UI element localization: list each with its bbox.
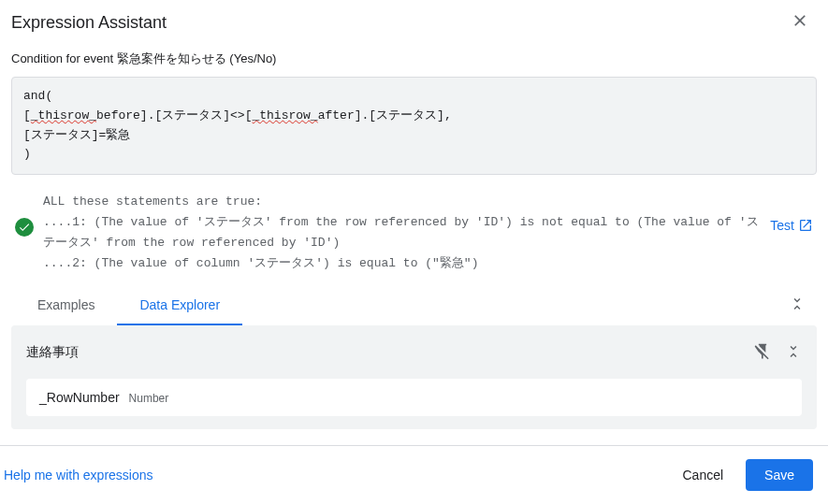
dialog-content: Condition for event 緊急案件を知らせる (Yes/No) a… [0, 50, 828, 429]
expr-underline: _thisrow_ [31, 108, 96, 122]
tab-data-explorer[interactable]: Data Explorer [117, 286, 242, 325]
check-circle-icon [15, 218, 34, 237]
expr-line: [ステータス]=緊急 [23, 128, 130, 142]
unfold-less-icon[interactable] [785, 343, 802, 363]
unfold-less-icon[interactable] [781, 288, 813, 323]
expr-text: after].[ステータス], [318, 108, 452, 122]
validation-text: ALL these statements are true: ....1: (T… [43, 192, 761, 274]
expr-text: before].[ステータス]<>[ [96, 108, 252, 122]
test-link[interactable]: Test [770, 218, 813, 233]
column-row[interactable]: _RowNumber Number [26, 379, 802, 416]
open-in-new-icon [798, 218, 813, 233]
table-header: 連絡事項 [26, 342, 802, 364]
expression-editor[interactable]: and( [_thisrow_before].[ステータス]<>[_thisro… [11, 77, 817, 175]
validation-row: ALL these statements are true: ....1: (T… [11, 175, 817, 285]
cancel-button[interactable]: Cancel [678, 460, 727, 490]
dialog-footer: Help me with expressions Cancel Save [0, 445, 828, 504]
expr-underline: _thisrow_ [252, 108, 317, 122]
data-explorer-panel: 連絡事項 _RowNumber Number [11, 325, 817, 429]
condition-label: Condition for event 緊急案件を知らせる (Yes/No) [11, 50, 817, 67]
dialog-title: Expression Assistant [11, 13, 167, 33]
help-link[interactable]: Help me with expressions [4, 468, 153, 482]
dialog-header: Expression Assistant [0, 0, 828, 50]
close-icon[interactable] [791, 11, 809, 34]
expr-line: ) [23, 147, 31, 161]
column-name: _RowNumber [39, 390, 120, 405]
column-type: Number [129, 392, 169, 405]
tabs: Examples Data Explorer [15, 286, 242, 325]
expr-line: and( [23, 89, 52, 103]
tab-examples[interactable]: Examples [15, 286, 117, 325]
footer-buttons: Cancel Save [678, 459, 813, 491]
table-icons [753, 342, 802, 364]
test-link-label: Test [770, 218, 794, 233]
table-name: 連絡事項 [26, 344, 79, 361]
save-button[interactable]: Save [746, 459, 813, 491]
pin-off-icon[interactable] [753, 342, 772, 364]
tabs-row: Examples Data Explorer [11, 286, 817, 325]
expr-text: [ [23, 108, 31, 122]
